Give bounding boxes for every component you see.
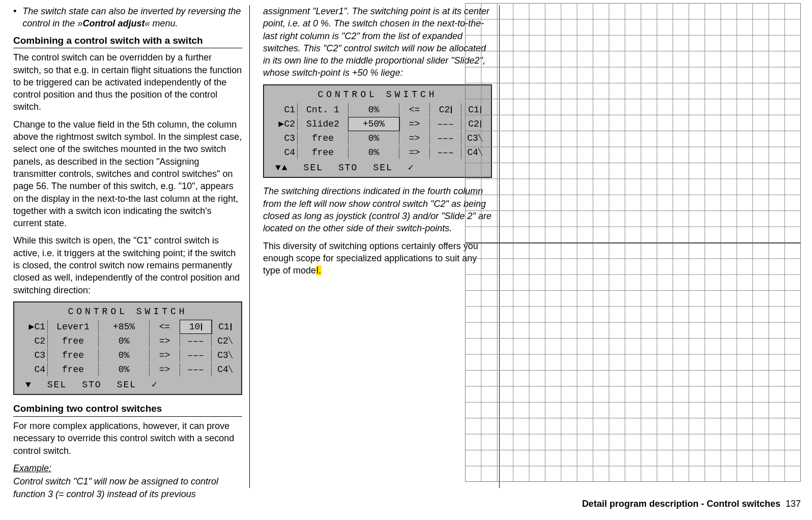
lcd-cell: Slide2 xyxy=(298,117,349,131)
bullet-item: • The switch state can also be inverted … xyxy=(13,5,242,30)
paragraph: While this switch is open, the "C1" cont… xyxy=(13,234,242,296)
lcd-row: C3free0%=>–––C3╲ xyxy=(264,131,491,145)
lcd-cell: free xyxy=(298,132,349,145)
lcd-cell: 0% xyxy=(349,146,399,159)
heading-combine-two-control-switches: Combining two control switches xyxy=(13,402,242,417)
lcd-cell: => xyxy=(399,117,430,131)
lcd-cell: +85% xyxy=(99,320,150,333)
lcd-cell: 0% xyxy=(99,334,150,348)
lcd-cell: free xyxy=(48,334,99,348)
lcd-footer-item: SEL xyxy=(304,162,323,174)
lcd-panel-2: CONTROL SWITCH C1Cnt. 10%<=C2C1▶C2Slide2… xyxy=(263,84,492,178)
lcd-footer-item: SEL xyxy=(373,162,392,174)
lcd-cell: ––– xyxy=(180,349,212,362)
lcd-cell: => xyxy=(150,334,180,348)
lcd-footer-item: ✓ xyxy=(152,379,158,391)
lcd-footer: ▼SELSTOSEL✓ xyxy=(14,377,241,394)
lcd-row: C4free0%=>–––C4╲ xyxy=(264,145,491,160)
heading-combine-control-with-switch: Combining a control switch with a switch xyxy=(13,34,242,49)
lcd-row: C1Cnt. 10%<=C2C1 xyxy=(264,103,491,117)
column-1: • The switch state can also be inverted … xyxy=(10,5,250,488)
lcd-cell: <= xyxy=(399,103,430,116)
paragraph: Change to the value field in the 5th col… xyxy=(13,118,242,230)
lcd-cell: C2 xyxy=(17,334,48,348)
lcd-cell: ▶C1 xyxy=(17,320,48,333)
lcd-row: C2free0%=>–––C2╲ xyxy=(14,334,241,348)
lcd-row: ▶C2Slide2+50%=>–––C2 xyxy=(264,117,491,131)
lcd-panel-1: CONTROL SWITCH ▶C1Lever1+85%<=10C1C2free… xyxy=(13,301,242,395)
lcd-cell: C1 xyxy=(267,103,298,116)
lcd-cell: 0% xyxy=(349,132,399,145)
lcd-cell: C4 xyxy=(17,363,48,376)
highlight-mark: l. xyxy=(316,265,322,276)
lcd-cell: free xyxy=(298,146,349,159)
lcd-footer-item: STO xyxy=(82,379,101,391)
lcd-cell: => xyxy=(150,349,180,362)
lcd-rows: ▶C1Lever1+85%<=10C1C2free0%=>–––C2╲C3fre… xyxy=(14,320,241,377)
lcd-cell-edit: +50% xyxy=(349,117,399,131)
lcd-cell: ––– xyxy=(430,117,461,131)
example-continued: assignment "Lever1". The switching point… xyxy=(263,5,492,79)
example-text: Control switch "C1" will now be assigned… xyxy=(13,475,242,500)
lcd-row: C3free0%=>–––C3╲ xyxy=(14,348,241,362)
lcd-footer-item: SEL xyxy=(47,379,67,391)
lcd-cell: C2╲ xyxy=(212,334,238,348)
lcd-cell: C2 xyxy=(430,103,461,116)
lcd-cell: C3╲ xyxy=(212,349,238,362)
example-label: Example: xyxy=(13,462,242,474)
lcd-cell: C3 xyxy=(267,132,298,145)
lcd-cell: 0% xyxy=(99,349,150,362)
notes-grid xyxy=(465,3,801,482)
lcd-cell: => xyxy=(399,132,430,145)
paragraph: This diversity of switching options cert… xyxy=(263,240,492,277)
lcd-cell: C4 xyxy=(267,146,298,159)
paragraph: For more complex applications, however, … xyxy=(13,420,242,457)
lcd-cell: C3 xyxy=(17,349,48,362)
lcd-cell: ▶C2 xyxy=(267,117,298,131)
lcd-cell: Lever1 xyxy=(48,320,99,333)
lcd-cell: ––– xyxy=(430,146,461,159)
lcd-cell: free xyxy=(48,363,99,376)
lcd-footer-item: ▼ xyxy=(25,379,32,391)
lcd-footer-item: STO xyxy=(338,162,358,174)
lcd-cell: ––– xyxy=(180,334,212,348)
lcd-footer-item: ▼▲ xyxy=(275,162,288,174)
lcd-cell: C4╲ xyxy=(212,363,238,376)
page-footer: Detail program description - Control swi… xyxy=(582,498,801,510)
lcd-cell: 0% xyxy=(99,363,150,376)
lcd-cell: ––– xyxy=(430,132,461,145)
lcd-cell: C1 xyxy=(212,320,238,333)
lcd-row: C4free0%=>–––C4╲ xyxy=(14,362,241,377)
lcd-footer-item: SEL xyxy=(117,379,136,391)
lcd-cell: free xyxy=(48,349,99,362)
column-2: assignment "Lever1". The switching point… xyxy=(260,5,500,488)
lcd-cell-edit: 10 xyxy=(180,320,212,333)
bullet-dot: • xyxy=(13,5,16,30)
paragraph: The switching directions indicated in th… xyxy=(263,185,492,234)
lcd-cell: Cnt. 1 xyxy=(298,103,349,116)
bullet-text: The switch state can also be inverted by… xyxy=(22,5,242,30)
lcd-cell: => xyxy=(399,146,430,159)
lcd-cell: <= xyxy=(150,320,180,333)
lcd-footer: ▼▲SELSTOSEL✓ xyxy=(264,160,491,177)
lcd-cell: => xyxy=(150,363,180,376)
paragraph: The control switch can be overridden by … xyxy=(13,51,242,113)
lcd-rows: C1Cnt. 10%<=C2C1▶C2Slide2+50%=>–––C2C3fr… xyxy=(264,103,491,160)
lcd-cell: 0% xyxy=(349,103,399,116)
lcd-row: ▶C1Lever1+85%<=10C1 xyxy=(14,320,241,334)
lcd-cell: ––– xyxy=(180,363,212,376)
lcd-title: CONTROL SWITCH xyxy=(264,85,491,103)
lcd-title: CONTROL SWITCH xyxy=(14,302,241,320)
page-number: 137 xyxy=(786,499,801,509)
lcd-footer-item: ✓ xyxy=(408,162,415,174)
